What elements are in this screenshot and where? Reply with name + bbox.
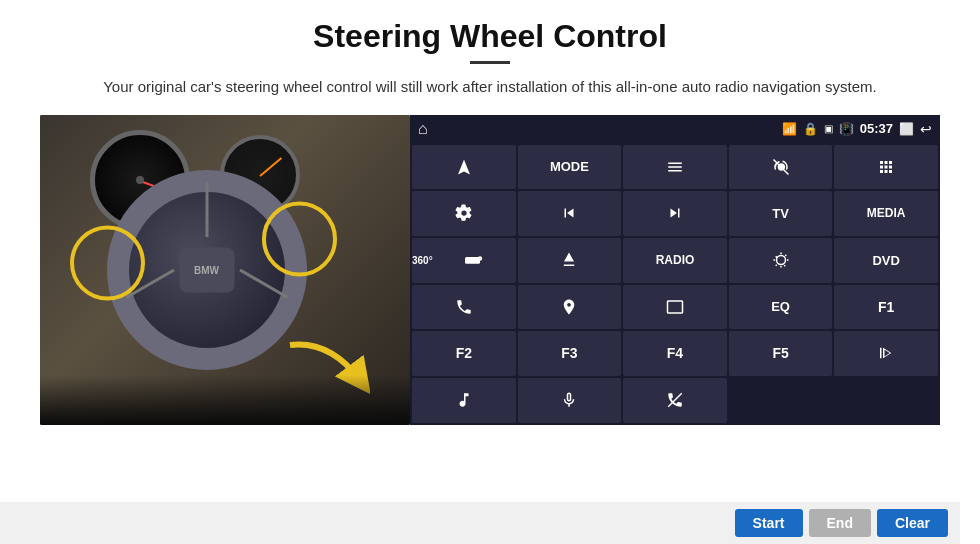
settings-button[interactable] bbox=[412, 191, 516, 236]
page-subtitle: Your original car's steering wheel contr… bbox=[103, 76, 877, 99]
mic-button[interactable] bbox=[518, 378, 622, 423]
bottom-bar: Start End Clear bbox=[0, 502, 960, 544]
brightness-button[interactable] bbox=[729, 238, 833, 283]
dvd-button[interactable]: DVD bbox=[834, 238, 938, 283]
sd-icon: ▣ bbox=[824, 123, 833, 134]
clear-button[interactable]: Clear bbox=[877, 509, 948, 537]
mute-button[interactable] bbox=[729, 145, 833, 190]
cam360-button[interactable]: 360° bbox=[412, 238, 516, 283]
lock-icon: 🔒 bbox=[803, 122, 818, 136]
steering-wheel-image: BMW bbox=[40, 115, 410, 425]
floor-gradient bbox=[40, 375, 410, 425]
screen-button[interactable] bbox=[623, 285, 727, 330]
eject-button[interactable] bbox=[518, 238, 622, 283]
page-wrapper: Steering Wheel Control Your original car… bbox=[0, 0, 980, 544]
clock: 05:37 bbox=[860, 121, 893, 136]
f3-button[interactable]: F3 bbox=[518, 331, 622, 376]
f5-button[interactable]: F5 bbox=[729, 331, 833, 376]
eq-button[interactable]: EQ bbox=[729, 285, 833, 330]
hangup-button[interactable] bbox=[623, 378, 727, 423]
phone-button[interactable] bbox=[412, 285, 516, 330]
page-title: Steering Wheel Control bbox=[313, 18, 667, 55]
mode-button[interactable]: MODE bbox=[518, 145, 622, 190]
navi-button[interactable] bbox=[518, 285, 622, 330]
next-button[interactable] bbox=[623, 191, 727, 236]
status-bar: ⌂ 📶 🔒 ▣ 📳 05:37 ⬜ ↩ bbox=[410, 115, 940, 143]
prev-button[interactable] bbox=[518, 191, 622, 236]
f1-button[interactable]: F1 bbox=[834, 285, 938, 330]
apps-button[interactable] bbox=[834, 145, 938, 190]
highlight-right bbox=[262, 201, 337, 276]
back-icon[interactable]: ↩ bbox=[920, 121, 932, 137]
list-button[interactable] bbox=[623, 145, 727, 190]
music-button[interactable] bbox=[412, 378, 516, 423]
f4-button[interactable]: F4 bbox=[623, 331, 727, 376]
playpause-button[interactable] bbox=[834, 331, 938, 376]
tv-button[interactable]: TV bbox=[729, 191, 833, 236]
f2-button[interactable]: F2 bbox=[412, 331, 516, 376]
nav-button[interactable] bbox=[412, 145, 516, 190]
content-row: BMW bbox=[40, 115, 940, 503]
svg-rect-2 bbox=[465, 257, 480, 264]
bt-icon: 📳 bbox=[839, 122, 854, 136]
title-underline bbox=[470, 61, 510, 64]
wifi-icon: 📶 bbox=[782, 122, 797, 136]
empty-cell-4 bbox=[729, 378, 833, 423]
radio-button[interactable]: RADIO bbox=[623, 238, 727, 283]
empty-cell-5 bbox=[834, 378, 938, 423]
highlight-left bbox=[70, 226, 145, 301]
steering-wheel-hub: BMW bbox=[179, 247, 234, 292]
start-button[interactable]: Start bbox=[735, 509, 803, 537]
control-panel: ⌂ 📶 🔒 ▣ 📳 05:37 ⬜ ↩ MODE bbox=[410, 115, 940, 425]
home-icon[interactable]: ⌂ bbox=[418, 120, 428, 138]
button-grid: MODE bbox=[410, 143, 940, 425]
media-button[interactable]: MEDIA bbox=[834, 191, 938, 236]
cast-icon: ⬜ bbox=[899, 122, 914, 136]
end-button[interactable]: End bbox=[809, 509, 871, 537]
svg-point-3 bbox=[478, 256, 483, 261]
